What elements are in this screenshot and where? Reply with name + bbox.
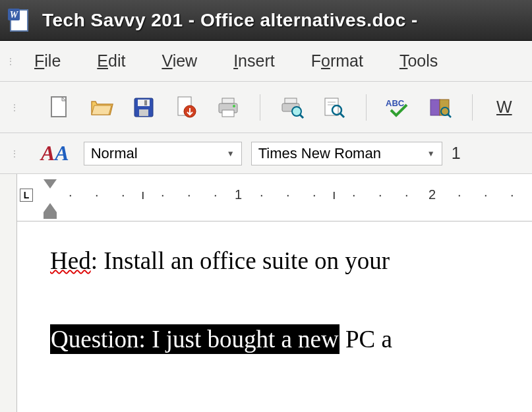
- left-indent-marker[interactable]: [44, 212, 57, 219]
- svg-rect-14: [285, 98, 297, 103]
- menu-edit[interactable]: Edit: [90, 49, 132, 73]
- svg-point-13: [233, 105, 235, 107]
- print-preview-button[interactable]: [278, 93, 307, 122]
- ruler-gutter: [0, 174, 17, 221]
- autoformat-icon: [428, 96, 453, 119]
- paragraph-style-combo[interactable]: Normal ▼: [84, 142, 242, 165]
- window-title: Tech Savvy 201 - Office alternatives.doc…: [42, 10, 418, 31]
- style-aa-icon: AA: [41, 141, 69, 165]
- font-name-value: Times New Roman: [258, 145, 381, 162]
- text-run[interactable]: PC a: [340, 326, 392, 353]
- spellcheck-icon: ABC: [384, 96, 412, 119]
- menu-view[interactable]: View: [155, 49, 204, 73]
- toolbar-separator: [260, 94, 260, 121]
- paragraph-2[interactable]: Question: I just bought a new PC a: [50, 320, 532, 359]
- tab-stop-button[interactable]: L: [20, 189, 33, 202]
- menu-bar: ⋮ File Edit View Insert Format Tools: [0, 41, 532, 82]
- font-size-value[interactable]: 1: [452, 144, 461, 163]
- menu-format[interactable]: Format: [305, 49, 370, 73]
- export-pdf-button[interactable]: [171, 93, 200, 122]
- print-preview-icon: [280, 96, 305, 119]
- svg-rect-5: [138, 100, 150, 106]
- ruler-ticks: ··· ı ··· 1 ··· ı ··· 2 ···: [62, 187, 532, 206]
- toolbar-separator: [366, 94, 367, 121]
- menu-insert[interactable]: Insert: [227, 49, 281, 73]
- document-body[interactable]: Hed: Install an office suite on your Que…: [17, 221, 532, 412]
- svg-line-17: [300, 115, 303, 118]
- menu-file[interactable]: File: [28, 49, 67, 73]
- toolbar-grip-icon[interactable]: ⋮: [7, 57, 16, 66]
- format-toolbar: ⋮ AA Normal ▼ Times New Roman ▼ 1: [0, 133, 532, 174]
- save-button[interactable]: [129, 93, 158, 122]
- word-doc-icon: W: [7, 7, 33, 34]
- svg-rect-6: [139, 109, 148, 116]
- text-run[interactable]: : Install an office suite on your: [91, 247, 390, 274]
- svg-rect-10: [222, 98, 234, 103]
- svg-text:ABC: ABC: [386, 98, 405, 108]
- web-link[interactable]: W: [496, 98, 512, 117]
- svg-text:W: W: [10, 10, 19, 20]
- svg-line-27: [448, 114, 451, 117]
- svg-rect-7: [144, 100, 147, 105]
- dropdown-caret-icon: ▼: [427, 149, 435, 158]
- spelling-error-word[interactable]: Hed: [50, 247, 91, 274]
- left-margin-gutter: [0, 221, 17, 412]
- find-icon: [322, 96, 346, 119]
- find-button[interactable]: [320, 93, 349, 122]
- dropdown-caret-icon: ▼: [227, 149, 235, 158]
- new-doc-icon: [49, 96, 70, 119]
- svg-line-22: [340, 113, 344, 117]
- hanging-indent-marker[interactable]: [44, 203, 57, 212]
- printer-icon: [216, 96, 241, 119]
- svg-point-16: [292, 107, 301, 116]
- print-button[interactable]: [214, 93, 243, 122]
- document-area: Hed: Install an office suite on your Que…: [0, 221, 532, 412]
- standard-toolbar: ⋮ ABC W: [0, 82, 532, 133]
- font-name-combo[interactable]: Times New Roman ▼: [251, 142, 442, 165]
- svg-rect-12: [222, 110, 234, 117]
- horizontal-ruler[interactable]: L ··· ı ··· 1 ··· ı ··· 2 ···: [17, 174, 532, 221]
- open-button[interactable]: [87, 93, 116, 122]
- first-line-indent-marker[interactable]: [44, 179, 57, 189]
- svg-rect-24: [430, 100, 440, 115]
- toolbar-grip-icon[interactable]: ⋮: [11, 103, 20, 112]
- folder-open-icon: [89, 96, 114, 119]
- new-button[interactable]: [45, 93, 74, 122]
- ruler-area: L ··· ı ··· 1 ··· ı ··· 2 ···: [0, 174, 532, 221]
- paragraph-style-value: Normal: [91, 145, 138, 162]
- paragraph-1[interactable]: Hed: Install an office suite on your: [50, 241, 532, 280]
- selected-text[interactable]: Question: I just bought a new: [50, 324, 340, 354]
- menu-tools[interactable]: Tools: [393, 49, 444, 73]
- autoformat-button[interactable]: [426, 93, 455, 122]
- toolbar-grip-icon[interactable]: ⋮: [11, 149, 20, 158]
- spellcheck-button[interactable]: ABC: [384, 93, 413, 122]
- toolbar-separator: [472, 94, 473, 121]
- export-pdf-icon: [174, 96, 198, 119]
- svg-rect-18: [325, 98, 338, 115]
- title-bar: W Tech Savvy 201 - Office alternatives.d…: [0, 0, 532, 41]
- save-icon: [133, 96, 155, 119]
